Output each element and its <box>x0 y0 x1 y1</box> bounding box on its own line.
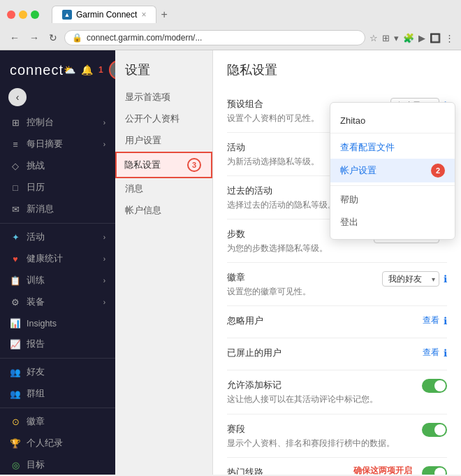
sidebar-item-training[interactable]: 📋 训练 › <box>0 270 115 291</box>
dropdown-help[interactable]: 帮助 <box>330 189 455 211</box>
extension-icon[interactable]: ⊞ <box>382 33 390 43</box>
address-bar: ← → ↻ 🔒 connect.garmin.com/modern/... ☆ … <box>0 27 461 50</box>
address-input[interactable]: 🔒 connect.garmin.com/modern/... <box>64 30 365 45</box>
section-info-mentions: 允许添加标记 这让他人接可以在其活动评论中标记您。 <box>227 379 415 405</box>
dropdown-logout[interactable]: 登出 <box>330 211 455 233</box>
badges-select-wrapper: 我的好友 <box>382 271 439 287</box>
sidebar-label-goals: 目标 <box>27 459 45 471</box>
sidebar-item-messages[interactable]: ✉ 新消息 <box>0 199 115 220</box>
user-dropdown: Zhitao 查看配置文件 帐户设置 2 帮助 登出 <box>330 102 455 240</box>
blocked-users-link[interactable]: 查看 <box>423 347 439 359</box>
sidebar-item-daily[interactable]: ≡ 每日摘要 › <box>0 134 115 155</box>
activities-icon: ✦ <box>10 232 21 243</box>
section-desc-badges: 设置您的徽章可见性。 <box>227 286 375 297</box>
settings-nav-account[interactable]: 帐户信息 <box>115 200 212 222</box>
section-desc-mentions: 这让他人接可以在其活动评论中标记您。 <box>227 394 415 405</box>
sidebar-item-groups[interactable]: 👥 群组 <box>0 383 115 405</box>
badges-icon: ⊙ <box>10 417 21 427</box>
tab-favicon: ▲ <box>62 10 72 20</box>
tab-close-icon[interactable]: × <box>141 10 146 20</box>
new-tab-button[interactable]: + <box>161 8 167 21</box>
section-info-segments: 赛段 显示个人资料、排名和赛段排行榜中的数据。 <box>227 423 415 449</box>
badges-info-icon[interactable]: ℹ <box>444 273 447 284</box>
sidebar-label-dashboard: 控制台 <box>27 117 54 129</box>
sidebar-item-dashboard[interactable]: ⊞ 控制台 › <box>0 112 115 134</box>
maximize-button[interactable] <box>31 10 39 19</box>
section-title-badges: 徽章 <box>227 271 375 284</box>
sidebar-label-reports: 报告 <box>27 338 45 350</box>
section-info-badges: 徽章 设置您的徽章可见性。 <box>227 271 375 297</box>
block-users-link[interactable]: 查看 <box>423 315 439 326</box>
bookmark-icon[interactable]: ☆ <box>369 33 378 43</box>
privacy-section-segments: 赛段 显示个人资料、排名和赛段排行榜中的数据。 <box>227 414 447 458</box>
refresh-nav-button[interactable]: ↻ <box>46 31 60 45</box>
privacy-section-blocked: 已屏止的用户 查看 ℹ <box>227 338 447 370</box>
sidebar-logo: connect <box>10 62 64 78</box>
training-icon: 📋 <box>10 275 21 286</box>
extension2-icon[interactable]: 🧩 <box>403 33 414 43</box>
weather-icon[interactable]: ⛅ <box>64 64 75 75</box>
sidebar-item-gear[interactable]: ⚙ 装备 › <box>0 291 115 313</box>
sidebar-item-calendar[interactable]: □ 日历 <box>0 177 115 199</box>
profile-icon[interactable]: ▾ <box>394 33 399 43</box>
forward-nav-button[interactable]: → <box>27 31 42 45</box>
sidebar-item-activities[interactable]: ✦ 活动 › <box>0 226 115 248</box>
sidebar-divider2 <box>0 358 115 359</box>
goals-icon: ◎ <box>10 460 21 470</box>
section-desc-steps: 为您的步数选择隐私等级。 <box>227 243 367 254</box>
youtube-icon[interactable]: ▶ <box>418 33 425 43</box>
sidebar-item-challenges[interactable]: ◇ 挑战 <box>0 155 115 177</box>
dropdown-divider1 <box>330 133 455 134</box>
privacy-section-badges: 徽章 设置您的徽章可见性。 我的好友 ℹ <box>227 263 447 306</box>
menu-icon[interactable]: ⋮ <box>445 33 454 43</box>
section-action-mentions <box>422 379 447 393</box>
back-nav-button[interactable]: ← <box>7 31 22 45</box>
mentions-toggle[interactable] <box>422 379 447 393</box>
close-button[interactable] <box>7 10 15 19</box>
badges-select[interactable]: 我的好友 <box>382 271 439 287</box>
sidebar-label-calendar: 日历 <box>27 182 45 194</box>
settings-nav-user[interactable]: 用户设置 <box>115 130 212 152</box>
section-title-blocked: 已屏止的用户 <box>227 347 416 359</box>
block-info-icon[interactable]: ℹ <box>444 315 447 326</box>
browser-action-icons: ☆ ⊞ ▾ 🧩 ▶ 🔲 ⋮ <box>369 33 454 43</box>
title-bar: ▲ Garmin Connect × + <box>0 0 461 27</box>
sidebar-item-badges[interactable]: ⊙ 徽章 <box>0 411 115 433</box>
active-tab[interactable]: ▲ Garmin Connect × <box>52 6 156 23</box>
daily-icon: ≡ <box>10 140 21 150</box>
chevron-icon2: › <box>103 140 105 148</box>
section-action-hotspots <box>422 466 447 475</box>
browser-chrome: ▲ Garmin Connect × + ← → ↻ 🔒 connect.gar… <box>0 0 461 50</box>
section-desc-segments: 显示个人资料、排名和赛段排行榜中的数据。 <box>227 438 415 449</box>
chevron-icon6: › <box>103 298 105 306</box>
blocked-info-icon[interactable]: ℹ <box>444 347 447 359</box>
settings-nav-display[interactable]: 显示首选项 <box>115 87 212 108</box>
dropdown-view-profile[interactable]: 查看配置文件 <box>330 136 455 159</box>
back-button[interactable]: ‹ <box>8 88 27 106</box>
settings-nav-messages[interactable]: 消息 <box>115 178 212 200</box>
settings-title: 设置 <box>115 62 212 87</box>
logo-text: connect <box>10 62 64 78</box>
sidebar-item-health[interactable]: ♥ 健康统计 › <box>0 248 115 270</box>
plugin-icon[interactable]: 🔲 <box>430 33 441 43</box>
settings-nav-privacy[interactable]: 隐私设置 3 <box>115 152 212 178</box>
sidebar-item-records[interactable]: 🏆 个人纪录 <box>0 433 115 454</box>
dropdown-divider2 <box>330 185 455 186</box>
hotspots-toggle[interactable] <box>422 466 447 475</box>
minimize-button[interactable] <box>19 10 27 19</box>
settings-nav-profile[interactable]: 公开个人资料 <box>115 108 212 130</box>
sidebar-label-messages: 新消息 <box>27 203 54 215</box>
badge-count: 1 <box>98 65 103 75</box>
sidebar-label-activities: 活动 <box>27 231 45 243</box>
sidebar-item-reports[interactable]: 📈 报告 <box>0 333 115 355</box>
notification-icon[interactable]: 🔔 <box>81 64 93 75</box>
sidebar-item-friends[interactable]: 👥 好友 <box>0 361 115 383</box>
segments-toggle[interactable] <box>422 423 447 437</box>
section-action-block: 查看 ℹ <box>423 315 447 326</box>
user-avatar[interactable]: 👤 <box>109 60 115 80</box>
dropdown-account-settings[interactable]: 帐户设置 2 <box>330 159 455 182</box>
sidebar-item-insights[interactable]: 📊 Insights <box>0 313 115 333</box>
reports-icon: 📈 <box>10 339 21 349</box>
sidebar-item-goals[interactable]: ◎ 目标 <box>0 454 115 475</box>
records-icon: 🏆 <box>10 438 21 449</box>
